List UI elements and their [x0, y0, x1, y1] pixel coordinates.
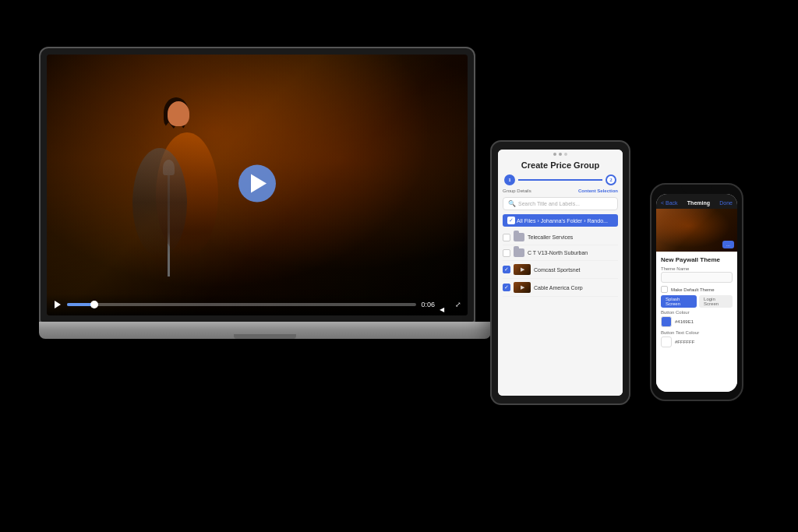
make-default-label: Make Default Theme — [671, 287, 715, 292]
search-icon: 🔍 — [508, 200, 516, 207]
folder-icon-1 — [514, 248, 524, 257]
tablet-device: Create Price Group 1 2 Group Details Con… — [490, 140, 630, 405]
make-default-checkbox[interactable] — [661, 286, 668, 293]
phone-header: < Back Theming Done — [656, 194, 737, 209]
form-section-title: New Paywall Theme — [661, 256, 733, 263]
file-checkbox-0[interactable] — [503, 234, 510, 241]
volume-icon[interactable] — [440, 301, 450, 308]
folder-icon-0 — [514, 233, 524, 241]
laptop-screen-outer: 0:06 ⤢ — [39, 47, 475, 323]
button-colour-group: Button Colour #4169E1 — [661, 310, 733, 327]
file-item-2[interactable]: Comcast Sportsnet — [503, 261, 618, 279]
breadcrumb-checkmark: ✓ — [509, 217, 514, 224]
status-dot-3 — [564, 153, 567, 156]
file-checkbox-3[interactable] — [503, 284, 510, 291]
step-labels: Group Details Content Selection — [498, 188, 623, 195]
search-placeholder: Search Title and Labels... — [518, 201, 580, 206]
play-button[interactable] — [238, 164, 276, 202]
tablet-frame: Create Price Group 1 2 Group Details Con… — [490, 140, 630, 405]
file-thumb-3 — [514, 282, 531, 293]
step-connector — [518, 179, 602, 181]
step-1-label: Group Details — [503, 188, 531, 193]
step-2-circle: 2 — [606, 174, 616, 185]
video-controls-bar: 0:06 ⤢ — [47, 294, 468, 315]
laptop-device: 0:06 ⤢ — [39, 47, 491, 374]
phone-screen: < Back Theming Done ... New Paywall Them… — [656, 194, 737, 392]
file-thumb-2 — [514, 264, 531, 275]
make-default-group: Make Default Theme — [661, 286, 733, 293]
file-name-3: Cable America Corp — [534, 285, 618, 291]
done-button[interactable]: Done — [719, 200, 733, 206]
file-item-1[interactable]: C T V13-North Suburban — [503, 245, 618, 261]
file-name-0: Telecaller Services — [528, 234, 618, 240]
tablet-modal-title: Create Price Group — [498, 157, 623, 171]
button-colour-box[interactable] — [661, 316, 672, 327]
laptop-video-background: 0:06 ⤢ — [47, 55, 468, 315]
tablet-screen: Create Price Group 1 2 Group Details Con… — [498, 150, 623, 396]
splash-screen-tab[interactable]: Splash Screen — [661, 295, 697, 308]
file-checkbox-1[interactable] — [503, 249, 510, 257]
theme-name-label: Theme Name — [661, 266, 733, 271]
fullscreen-icon[interactable]: ⤢ — [455, 301, 461, 308]
breadcrumb-path: All Files › Johanna's Folder › Rando... — [517, 218, 608, 224]
button-colour-swatch[interactable]: #4169E1 — [661, 316, 733, 327]
progress-fill — [67, 303, 95, 306]
file-name-1: C T V13-North Suburban — [528, 250, 618, 255]
step-indicators: 1 2 — [498, 171, 623, 188]
phone-form: New Paywall Theme Theme Name Make Defaul… — [656, 252, 737, 392]
button-colour-label: Button Colour — [661, 310, 733, 315]
content-search-bar[interactable]: 🔍 Search Title and Labels... — [503, 197, 618, 210]
phone-action-button[interactable]: ... — [722, 241, 734, 248]
phone-device: < Back Theming Done ... New Paywall Them… — [650, 183, 743, 401]
phone-screen-title: Theming — [687, 200, 710, 206]
progress-bar[interactable] — [67, 303, 416, 306]
step-1-number: 1 — [508, 177, 511, 183]
breadcrumb-checkbox[interactable]: ✓ — [507, 217, 515, 224]
phone-notch — [681, 185, 712, 192]
file-breadcrumb[interactable]: ✓ All Files › Johanna's Folder › Rando..… — [503, 214, 618, 227]
theme-name-input[interactable] — [661, 272, 733, 283]
laptop-screen-inner: 0:06 ⤢ — [47, 55, 468, 315]
musician-body — [132, 148, 187, 257]
file-item-3[interactable]: Cable America Corp — [503, 279, 618, 297]
button-text-colour-box[interactable] — [661, 336, 672, 347]
phone-frame: < Back Theming Done ... New Paywall Them… — [650, 183, 743, 401]
main-scene: 0:06 ⤢ Create Price Group — [0, 0, 798, 532]
button-text-colour-label: Button Text Colour — [661, 330, 733, 335]
step-2-label: Content Selection — [578, 188, 618, 193]
login-screen-tab[interactable]: Login Screen — [699, 295, 733, 308]
button-text-colour-swatch[interactable]: #FFFFFF — [661, 336, 733, 347]
status-dot-1 — [553, 153, 556, 156]
singer-head — [168, 101, 189, 126]
file-checkbox-2[interactable] — [503, 266, 510, 273]
step-2-number: 2 — [609, 177, 613, 183]
tablet-status-dots — [498, 150, 623, 157]
time-display: 0:06 — [421, 301, 435, 308]
screen-type-tabs: Splash Screen Login Screen — [661, 295, 733, 308]
button-text-colour-value: #FFFFFF — [675, 340, 694, 344]
control-play-icon[interactable] — [53, 300, 62, 309]
button-colour-value: #4169E1 — [675, 319, 694, 324]
button-text-colour-group: Button Text Colour #FFFFFF — [661, 330, 733, 347]
phone-video-thumbnail: ... — [656, 209, 737, 252]
theme-name-group: Theme Name — [661, 266, 733, 283]
file-list: Telecaller Services C T V13-North Suburb… — [498, 228, 623, 396]
file-name-2: Comcast Sportsnet — [534, 267, 618, 273]
file-item-0[interactable]: Telecaller Services — [503, 230, 618, 245]
laptop-base — [39, 322, 491, 339]
step-1-circle: 1 — [504, 174, 515, 185]
status-dot-2 — [559, 153, 562, 156]
back-button[interactable]: < Back — [661, 200, 678, 206]
